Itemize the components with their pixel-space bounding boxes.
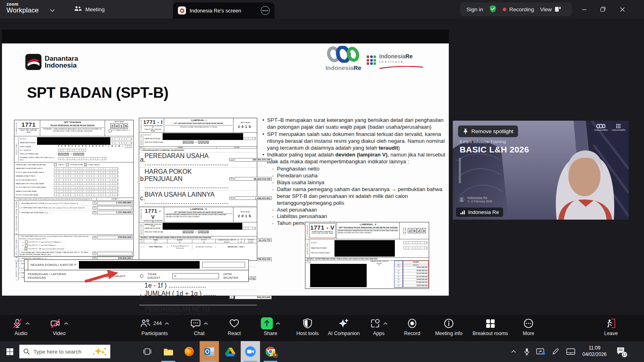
tray-pen-icon[interactable] [549, 341, 562, 362]
task-view-button[interactable] [138, 341, 156, 362]
mic-muted-icon [12, 318, 23, 329]
search-icon [23, 348, 30, 355]
recording-label: Recording [509, 6, 534, 12]
google-drive-button[interactable] [221, 341, 240, 362]
breakout-rooms-icon [485, 319, 495, 329]
video-button[interactable]: Video [41, 318, 77, 336]
tray-display-share-icon[interactable] [534, 341, 547, 362]
close-button[interactable] [616, 0, 628, 19]
apps-chevron-up-icon[interactable] [383, 322, 388, 325]
participants-button[interactable]: 244 Participants [130, 318, 179, 336]
leave-button[interactable]: Leave [593, 318, 629, 336]
share-button[interactable]: Share [252, 318, 289, 336]
host-tools-label: Host tools [296, 331, 319, 336]
institute-grid-icon [367, 56, 376, 71]
slide-title: SPT BADAN (SPT-B) [27, 84, 168, 101]
video-watermark: Indonesia Re 3 - 6 February 2026 [458, 196, 492, 203]
leave-door-icon [606, 318, 616, 329]
remove-spotlight-button[interactable]: Remove spotlight [458, 125, 518, 137]
indonesiare-word-a: Indonesia [325, 64, 353, 71]
danantara-line2: Indonesia [45, 62, 78, 69]
ai-companion-label: AI Companion [328, 331, 359, 336]
danantara-logo: Danantara Indonesia [25, 54, 78, 70]
audio-chevron-up-icon[interactable] [25, 322, 30, 325]
audit-strip: NEGARA DOMISILI KANTOR P PEMBUKUAN / LAP… [24, 259, 249, 283]
form-1771-i: FORMULIR 1771 - I KEMENTERIAN KEUANGAN R… [139, 118, 257, 210]
taskbar-clock[interactable]: 11:09 04/02/2026 [579, 341, 610, 362]
redaction-box [163, 133, 243, 140]
participants-count: 244 [153, 321, 162, 326]
sub-bullet-list: ◦Penghasilan netto ◦Peredaran usaha ◦Bia… [272, 166, 448, 227]
chrome-button[interactable] [261, 341, 280, 362]
view-button[interactable]: View [540, 6, 561, 12]
chat-label: Chat [194, 331, 204, 336]
tray-microphone-icon[interactable] [521, 341, 533, 362]
task-view-icon [143, 348, 151, 355]
minimize-button[interactable] [578, 0, 590, 19]
danantara-line1: Danantara [45, 55, 78, 62]
taskbar-search-input[interactable]: Type here to search [19, 345, 110, 358]
meeting-toolbar: Audio Video 244 [0, 315, 644, 341]
sign-in-button[interactable]: Sign in [466, 6, 483, 12]
notification-count-badge: 17 [621, 352, 627, 358]
chat-button[interactable]: Chat [181, 318, 217, 336]
tray-touchpad-icon[interactable] [564, 341, 578, 362]
form-code: 1771 - V [143, 208, 163, 220]
more-button[interactable]: More [510, 318, 547, 336]
start-button[interactable] [0, 341, 19, 362]
tab-screen-share[interactable]: Indonesia Re's screen ••• [173, 2, 275, 19]
breakout-rooms-button[interactable]: Breakout rooms [464, 318, 516, 336]
notification-center-button[interactable]: 17 [613, 341, 629, 362]
leave-label: Leave [604, 331, 618, 336]
remove-spotlight-label: Remove spotlight [471, 128, 513, 134]
breakout-rooms-label: Breakout rooms [473, 331, 508, 336]
share-chevron-up-icon[interactable] [276, 322, 280, 325]
participant-name: Indonesia Re [468, 209, 499, 215]
training-series: iLearn Inhouse Training [460, 139, 529, 144]
speaker-video-tile[interactable]: Remove spotlight iLearn Inhouse Training… [453, 121, 629, 220]
ai-companion-button[interactable]: AI Companion [322, 318, 365, 336]
view-layout-icon [555, 6, 561, 12]
apps-button[interactable]: Apps [361, 318, 396, 336]
chat-chevron-up-icon[interactable] [204, 322, 208, 325]
tab-options-icon[interactable]: ••• [261, 6, 270, 15]
video-label: Video [53, 331, 66, 336]
opini-value-box: 0 [172, 273, 219, 279]
workspace-chevron-down-icon[interactable] [50, 6, 55, 14]
dividen-column-highlight: DIVIDEN (Rupiah) 13.875.000.00014.500.00… [403, 261, 429, 288]
outlook-button[interactable] [200, 341, 219, 362]
zoom-app-button[interactable] [241, 341, 260, 362]
react-label: React [228, 331, 241, 336]
ai-companion-sparkle-icon [338, 318, 349, 329]
recording-indicator[interactable]: Recording [503, 6, 534, 12]
form-code: 1771 - I [143, 119, 163, 125]
file-explorer-button[interactable] [159, 341, 178, 362]
firefox-icon [184, 346, 194, 357]
security-shield-icon[interactable] [489, 5, 497, 14]
participants-chevron-up-icon[interactable] [165, 322, 169, 325]
react-button[interactable]: React [216, 318, 252, 336]
google-drive-icon [225, 347, 235, 356]
panel-scrollbar[interactable] [459, 158, 461, 183]
redaction-box [163, 223, 242, 230]
restore-button[interactable] [597, 0, 609, 19]
tab-meeting[interactable]: Meeting [68, 0, 110, 19]
file-explorer-icon [163, 348, 173, 356]
redaction-box [79, 261, 200, 269]
more-ellipsis-icon [523, 318, 534, 329]
audio-button[interactable]: Audio [3, 318, 39, 336]
host-tools-button[interactable]: Host tools [288, 318, 327, 336]
apps-icon [370, 318, 380, 329]
record-button[interactable]: Record [394, 318, 430, 336]
share-screen-icon [261, 317, 273, 329]
form-1771: FORMULIR 1771 KEMENTERIAN KEUANGAN RI DI… [14, 120, 134, 257]
form-code-highlighted: 1771 - V [310, 224, 335, 231]
danantara-logo-icon [25, 54, 41, 70]
tray-expand-button[interactable] [508, 341, 519, 362]
camera-off-icon [50, 318, 61, 329]
sub-bullet-item: ◦Biaya usaha lainnya [272, 179, 448, 186]
titlebar-status-cluster: Sign in Recording View [460, 2, 572, 16]
meeting-info-label: Meeting info [435, 331, 462, 336]
video-chevron-up-icon[interactable] [64, 322, 68, 325]
firefox-button[interactable] [180, 341, 199, 362]
